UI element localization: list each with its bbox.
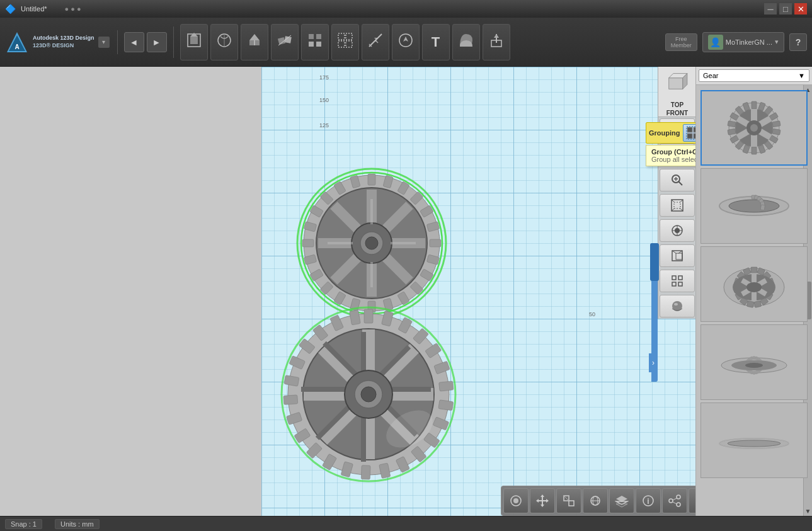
svg-rect-17 (316, 42, 321, 47)
svg-rect-15 (316, 34, 321, 39)
move-tool-bottom[interactable] (530, 488, 555, 513)
pattern-tool[interactable] (301, 24, 329, 60)
view-controls: TOP FRONT (658, 67, 695, 319)
panel-expand-button[interactable]: › (649, 353, 658, 372)
group-tooltip: Group (Ctrl+G) Group all selected solids (646, 145, 695, 166)
svg-marker-165 (546, 499, 549, 503)
modify-group (271, 24, 299, 60)
svg-rect-44 (368, 174, 375, 185)
svg-marker-5 (190, 33, 198, 37)
svg-rect-18 (338, 33, 345, 40)
svg-marker-9 (249, 34, 260, 40)
dropdown-value: Gear (703, 72, 718, 79)
export-icon (488, 31, 505, 52)
snap-icon (397, 31, 415, 52)
svg-text:i: i (647, 497, 649, 506)
app-logo: A Autodesk 123D Design 123D® DESIGN ▾ (5, 30, 118, 54)
grouping-label: Grouping (649, 129, 680, 137)
snap-group (392, 24, 420, 60)
measure-group: T (362, 24, 389, 60)
sketch-group (210, 24, 238, 60)
title-bar: 🔷 Untitled* ● ● ● ─ □ ✕ (0, 0, 812, 18)
thumbnail-2[interactable] (700, 168, 808, 244)
thumbnail-4[interactable] (700, 324, 808, 400)
minimize-button[interactable]: ─ (764, 3, 777, 14)
measure-tool[interactable]: T (362, 24, 389, 60)
svg-rect-20 (338, 41, 345, 47)
svg-rect-191 (752, 101, 757, 109)
undo-button[interactable]: ◄ (124, 32, 144, 52)
text-tool[interactable]: T (422, 24, 450, 60)
gear-bottom[interactable] (268, 303, 469, 488)
export-tool[interactable] (483, 24, 510, 60)
sketch-icon (215, 31, 233, 52)
scale-tool[interactable] (556, 488, 581, 513)
svg-rect-30 (694, 127, 696, 132)
group-icon (336, 31, 354, 52)
primitives-tool[interactable] (180, 24, 208, 60)
svg-rect-167 (569, 501, 574, 506)
user-menu[interactable]: 👤 MoTinkerGN ... ▾ (702, 32, 784, 52)
fit-button[interactable] (660, 194, 695, 217)
logo-dropdown[interactable]: ▾ (98, 37, 110, 48)
snap-grid-button[interactable] (660, 270, 695, 292)
material-tool[interactable] (452, 24, 480, 60)
info-tool[interactable]: i (636, 488, 661, 513)
gear-search-dropdown[interactable]: Gear ▼ (699, 69, 809, 82)
svg-marker-163 (540, 505, 544, 507)
grouping-toolbar: Grouping (646, 122, 695, 144)
select-tool[interactable] (503, 488, 529, 513)
thumbnail-3[interactable] (700, 246, 808, 322)
viewport[interactable]: 175 150 125 50 75 100 Grouping (261, 67, 695, 516)
group-button[interactable] (683, 124, 696, 142)
svg-rect-200 (752, 147, 757, 154)
svg-text:T: T (374, 37, 378, 43)
group-tool[interactable] (331, 24, 359, 60)
svg-point-75 (365, 237, 378, 249)
construct-tool[interactable] (241, 24, 268, 60)
svg-rect-154 (672, 282, 676, 286)
svg-point-267 (745, 363, 763, 368)
svg-rect-29 (687, 127, 692, 132)
primitives-icon (185, 31, 203, 52)
svg-rect-153 (678, 276, 682, 280)
mesh-tool[interactable] (689, 488, 695, 513)
help-button[interactable]: ? (789, 33, 807, 51)
modify-tool[interactable] (271, 24, 299, 60)
ruler-150: 150 (319, 97, 329, 103)
perspective-button[interactable] (660, 219, 695, 242)
dropdown-arrow: ▼ (798, 72, 805, 79)
layers-tool[interactable] (609, 488, 634, 513)
material-group (452, 24, 480, 60)
svg-rect-16 (309, 42, 314, 47)
wireframe-button[interactable] (660, 244, 695, 267)
logo-text: Autodesk 123D Design 123D® DESIGN (33, 35, 94, 49)
redo-button[interactable]: ► (147, 32, 167, 52)
view-cube[interactable]: TOP FRONT (658, 67, 695, 117)
export-group (483, 24, 510, 60)
tooltip-desc: Group all selected solids (651, 156, 695, 163)
svg-rect-223 (760, 205, 765, 210)
share-tool[interactable] (662, 488, 687, 513)
close-button[interactable]: ✕ (794, 3, 807, 14)
view-top-label: TOP (671, 101, 683, 108)
text-icon: T (432, 35, 440, 49)
thumbnail-1[interactable] (700, 90, 808, 166)
window-icon: 🔷 (5, 4, 16, 14)
sketch-tool[interactable] (210, 24, 238, 60)
toolbar-sep-1 (173, 26, 174, 58)
material-icon (457, 31, 475, 52)
maximize-button[interactable]: □ (779, 3, 792, 14)
scroll-down-icon[interactable]: ▼ (805, 508, 811, 515)
zoom-button[interactable] (660, 169, 695, 191)
svg-rect-102 (283, 395, 298, 405)
gear-top[interactable] (280, 168, 463, 321)
view-tool[interactable] (583, 488, 608, 513)
thumbnail-5[interactable] (700, 403, 808, 478)
member-badge: Free Member (665, 33, 697, 51)
scroll-handle[interactable] (650, 243, 659, 281)
material-view-button[interactable] (660, 295, 695, 317)
svg-rect-195 (772, 121, 781, 127)
snap-tool[interactable] (392, 24, 420, 60)
svg-rect-89 (439, 381, 454, 391)
